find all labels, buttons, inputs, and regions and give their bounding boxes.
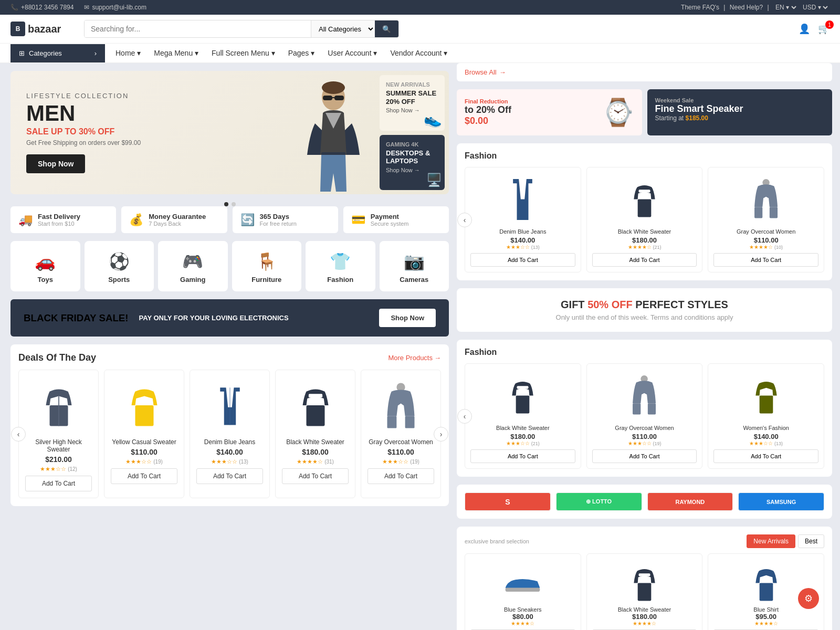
- rp-cart-overcoat[interactable]: Add To Cart: [713, 253, 818, 267]
- dot-1[interactable]: [224, 202, 228, 206]
- chevron-right-icon: ›: [94, 49, 97, 57]
- bp-name-sneakers: Blue Sneakers: [504, 606, 542, 613]
- svg-rect-27: [638, 583, 652, 601]
- nav-pages[interactable]: Pages ▾: [288, 49, 315, 57]
- fashion2-prev-button[interactable]: ‹: [457, 409, 472, 424]
- sneaker-icon: 👟: [424, 111, 442, 128]
- logo-icon: B: [10, 22, 25, 36]
- svg-rect-16: [639, 190, 650, 193]
- category-grid: 🚗 Toys ⚽ Sports 🎮 Gaming 🪑 Furniture 👕 F…: [10, 241, 449, 291]
- settings-fab[interactable]: ⚙: [798, 588, 819, 609]
- collection-label: LIFESTYLE COLLECTION: [26, 92, 360, 100]
- nav-vendor-account[interactable]: Vendor Account ▾: [390, 49, 447, 57]
- product-name-1: Silver High Neck Sweater: [25, 438, 92, 453]
- gaming-title: DESKTOPS & LAPTOPS: [386, 149, 438, 165]
- category-cameras[interactable]: 📷 Cameras: [380, 241, 449, 291]
- add-to-cart-3[interactable]: Add To Cart: [196, 468, 263, 484]
- deals-section: Deals Of The Day More Products → ‹: [10, 344, 449, 506]
- toys-label: Toys: [38, 276, 53, 284]
- bf-shop-now-button[interactable]: Shop Now: [379, 309, 436, 327]
- add-to-cart-2[interactable]: Add To Cart: [111, 468, 177, 484]
- more-products-link[interactable]: More Products →: [388, 354, 441, 362]
- final-reduction-banner: Final Reduction to 20% Off $0.00 ⌚: [457, 89, 642, 135]
- rp-cart-sweater[interactable]: Add To Cart: [592, 253, 697, 267]
- nav-user-account[interactable]: User Account ▾: [328, 49, 377, 57]
- dot-2[interactable]: [232, 202, 236, 206]
- svg-rect-29: [759, 583, 773, 601]
- category-toys[interactable]: 🚗 Toys: [10, 241, 80, 291]
- side-banners: NEW ARRIVALS SUMMER SALE 20% OFF Shop No…: [375, 71, 449, 194]
- svg-rect-25: [759, 395, 773, 413]
- watch-icon: ⌚: [602, 97, 634, 128]
- categories-menu[interactable]: ⊞ Categories ›: [10, 44, 105, 62]
- deals-next-button[interactable]: ›: [434, 427, 448, 442]
- add-to-cart-5[interactable]: Add To Cart: [368, 468, 434, 484]
- rp2-cart-1[interactable]: Add To Cart: [470, 449, 575, 463]
- money-guarantee-sub: 7 Days Back: [149, 220, 206, 227]
- deals-prev-button[interactable]: ‹: [11, 427, 26, 442]
- search-input[interactable]: [85, 20, 311, 37]
- category-fashion[interactable]: 👕 Fashion: [306, 241, 375, 291]
- add-to-cart-4[interactable]: Add To Cart: [282, 468, 349, 484]
- tab-best[interactable]: Best: [798, 534, 824, 548]
- search-button[interactable]: 🔍: [375, 20, 398, 37]
- rp2-card-3: Women's Fashion $140.00 ★★★☆☆ (13) Add T…: [708, 363, 824, 469]
- nav-home[interactable]: Home ▾: [116, 49, 141, 57]
- add-to-cart-1[interactable]: Add To Cart: [25, 476, 92, 491]
- browse-all-link[interactable]: Browse All →: [465, 68, 506, 76]
- fashion2-products-grid: Black White Sweater $180.00 ★★★☆☆ (21) A…: [465, 363, 824, 469]
- rp-price-overcoat: $110.00: [754, 236, 779, 244]
- svg-rect-21: [517, 386, 529, 389]
- rp-stars-sweater: ★★★★☆ (21): [628, 244, 662, 250]
- rp2-cart-2[interactable]: Add To Cart: [592, 449, 697, 463]
- header: B bazaar All Categories 🔍 👤 🛒 1: [0, 15, 840, 44]
- currency-select[interactable]: USD ▾: [801, 3, 830, 12]
- category-sports[interactable]: ⚽ Sports: [85, 241, 154, 291]
- rp2-stars-1: ★★★☆☆ (21): [506, 440, 540, 446]
- rp-card-sweater: Black White Sweater $180.00 ★★★★☆ (21) A…: [586, 167, 703, 272]
- user-icon[interactable]: 👤: [799, 23, 810, 35]
- rp-name-sweater: Black White Sweater: [618, 228, 671, 235]
- theme-faq-link[interactable]: Theme FAQ's: [681, 4, 719, 11]
- language-select[interactable]: EN ▾: [773, 3, 798, 12]
- rp-card-overcoat: Gray Overcoat Women $110.00 ★★★★☆ (10) A…: [708, 167, 824, 272]
- category-select[interactable]: All Categories: [311, 20, 375, 37]
- rp2-cart-3[interactable]: Add To Cart: [713, 449, 818, 463]
- hero-title: MEN: [26, 102, 360, 124]
- hero-shop-now-button[interactable]: Shop Now: [26, 154, 85, 173]
- logo: B bazaar: [10, 22, 74, 36]
- svg-rect-24: [648, 403, 656, 414]
- bp-price-sweater2: $180.00: [632, 613, 657, 621]
- days-sub: For free return: [260, 220, 297, 227]
- cart-icon[interactable]: 🛒 1: [818, 23, 830, 35]
- product-image-3: [196, 376, 263, 434]
- fashion-bottom-label: Fashion: [465, 348, 824, 357]
- rp-name-overcoat: Gray Overcoat Women: [737, 228, 795, 235]
- bp-name-sweater2: Black White Sweater: [618, 606, 671, 613]
- money-guarantee: 💰 Money Guarantee 7 Days Back: [121, 206, 227, 233]
- weekend-sale-banner: Weekend Sale Fine Smart Speaker Starting…: [647, 89, 833, 135]
- svg-rect-18: [754, 207, 762, 218]
- tab-new-arrivals[interactable]: New Arrivals: [747, 534, 795, 548]
- category-gaming[interactable]: 🎮 Gaming: [158, 241, 228, 291]
- fashion-products-top: Fashion ‹ Denim Blue Jeans $140.00 ★★★☆☆…: [457, 143, 832, 280]
- summer-sale-title: SUMMER SALE 20% OFF: [386, 89, 438, 106]
- product-stars-4: ★★★★☆ (31): [297, 458, 334, 465]
- rp-cart-jeans[interactable]: Add To Cart: [470, 253, 575, 267]
- category-furniture[interactable]: 🪑 Furniture: [232, 241, 302, 291]
- bp-stars-shirt: ★★★★☆: [754, 621, 778, 626]
- cart-badge: 1: [825, 20, 834, 29]
- tab-buttons: New Arrivals Best: [747, 534, 824, 548]
- product-stars-2: ★★★☆☆ (19): [125, 458, 163, 465]
- gaming-link[interactable]: Shop Now →: [386, 167, 438, 173]
- deals-title: Deals Of The Day: [18, 352, 96, 363]
- nav-full-screen[interactable]: Full Screen Menu ▾: [212, 49, 275, 57]
- need-help-link[interactable]: Need Help?: [730, 4, 763, 11]
- sale-percent: 30% OFF: [79, 127, 114, 136]
- rp2-card-1: Black White Sweater $180.00 ★★★☆☆ (21) A…: [465, 363, 581, 469]
- fashion-prev-button[interactable]: ‹: [457, 213, 472, 227]
- rp-stars-overcoat: ★★★★☆ (10): [749, 244, 783, 250]
- bf-sub: PAY ONLY FOR YOUR LOVING ELECTRONICS: [139, 314, 289, 322]
- svg-rect-20: [516, 395, 530, 413]
- nav-mega-menu[interactable]: Mega Menu ▾: [154, 49, 198, 57]
